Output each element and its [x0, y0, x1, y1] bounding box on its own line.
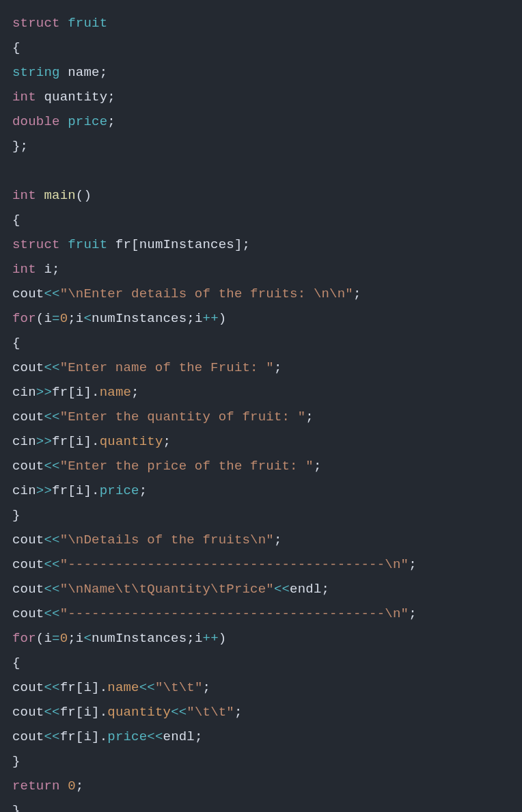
bracket-open: [	[68, 385, 76, 400]
ident-endl: endl	[290, 582, 321, 597]
bracket-open: [	[76, 705, 84, 720]
kw-for: for	[12, 311, 36, 326]
op-lshift: <<	[44, 409, 59, 424]
op-assign: =	[52, 311, 60, 326]
ident-i: i	[76, 311, 84, 326]
ident-fr: fr	[115, 237, 131, 252]
ident-cin: cin	[12, 385, 36, 400]
semi: ;	[107, 114, 115, 129]
ident-cout: cout	[12, 557, 44, 572]
paren-open: (	[36, 311, 44, 326]
type-fruit: fruit	[68, 237, 107, 252]
op-assign: =	[52, 631, 60, 646]
paren-close: )	[83, 188, 92, 203]
ident-cout: cout	[12, 459, 44, 474]
ident-i: i	[44, 631, 52, 646]
str-enter-details: "\nEnter details of the fruits: \n\n"	[60, 286, 353, 301]
op-inc: ++	[203, 311, 219, 326]
op-lshift: <<	[44, 360, 59, 375]
field-price: price	[68, 114, 107, 129]
bracket-open: [	[76, 680, 84, 695]
semi: ;	[353, 286, 361, 301]
ident-i: i	[76, 483, 84, 498]
ident-i: i	[83, 705, 92, 720]
semi: ;	[195, 729, 203, 744]
ident-fr: fr	[52, 434, 68, 449]
str-tt: "\t\t"	[187, 705, 234, 720]
op-lt: <	[83, 631, 92, 646]
op-rshift: >>	[36, 385, 52, 400]
bracket-close: ]	[83, 385, 92, 400]
op-lshift: <<	[44, 705, 59, 720]
semi: ;	[234, 705, 243, 720]
str-details-header: "\nDetails of the fruits\n"	[60, 532, 274, 547]
bracket-close: ]	[92, 680, 100, 695]
ident-cin: cin	[12, 434, 36, 449]
ident-i: i	[195, 631, 203, 646]
op-lshift: <<	[274, 582, 290, 597]
brace-open: {	[12, 336, 20, 351]
dot: .	[100, 705, 108, 720]
field-name: name	[107, 680, 139, 695]
op-inc: ++	[203, 631, 219, 646]
ident-numinstances: numInstances	[92, 311, 187, 326]
str-enter-quantity: "Enter the quantity of fruit: "	[60, 409, 306, 424]
type-string: string	[12, 65, 60, 80]
kw-for: for	[12, 631, 36, 646]
brace-open: {	[12, 40, 20, 55]
paren-close: )	[219, 631, 227, 646]
str-enter-name: "Enter name of the Fruit: "	[60, 360, 274, 375]
op-lshift: <<	[147, 729, 163, 744]
brace-close-semi: };	[12, 139, 28, 154]
semi: ;	[203, 680, 211, 695]
semi: ;	[139, 483, 148, 498]
paren-open: (	[36, 631, 44, 646]
op-lshift: <<	[139, 680, 155, 695]
num-zero: 0	[60, 311, 68, 326]
ident-fr: fr	[60, 729, 76, 744]
ident-cout: cout	[12, 680, 44, 695]
field-quantity: quantity	[100, 434, 163, 449]
op-lshift: <<	[44, 582, 59, 597]
semi: ;	[409, 606, 417, 621]
op-lshift: <<	[44, 557, 59, 572]
bracket-close: ]	[92, 729, 100, 744]
op-lshift: <<	[44, 729, 59, 744]
bracket-close: ]	[83, 434, 92, 449]
semi: ;	[131, 385, 139, 400]
semi: ;	[322, 582, 330, 597]
brace-open: {	[12, 213, 20, 228]
semi: ;	[52, 262, 60, 277]
ident-i: i	[76, 385, 84, 400]
semi: ;	[243, 237, 251, 252]
semi: ;	[76, 779, 84, 794]
op-lshift: <<	[44, 532, 59, 547]
dot: .	[100, 680, 108, 695]
ident-i: i	[83, 729, 92, 744]
ident-fr: fr	[60, 705, 76, 720]
dot: .	[100, 729, 108, 744]
semi: ;	[409, 557, 417, 572]
semi: ;	[305, 409, 314, 424]
str-enter-price: "Enter the price of the fruit: "	[60, 459, 314, 474]
semi: ;	[68, 631, 76, 646]
ident-cout: cout	[12, 729, 44, 744]
ident-i: i	[44, 262, 52, 277]
bracket-close: ]	[234, 237, 243, 252]
ident-fr: fr	[52, 385, 68, 400]
str-tt: "\t\t"	[155, 680, 203, 695]
semi: ;	[274, 532, 282, 547]
bracket-close: ]	[92, 705, 100, 720]
kw-int: int	[12, 188, 36, 203]
semi: ;	[187, 311, 195, 326]
code-block: struct fruit { string name; int quantity…	[0, 0, 522, 812]
field-price: price	[100, 483, 139, 498]
ident-cout: cout	[12, 606, 44, 621]
op-lt: <	[83, 311, 92, 326]
ident-cout: cout	[12, 360, 44, 375]
brace-open: {	[12, 655, 20, 671]
kw-struct: struct	[12, 237, 60, 252]
ident-cout: cout	[12, 582, 44, 597]
ident-cout: cout	[12, 705, 44, 720]
ident-numinstances: numInstances	[92, 631, 187, 646]
